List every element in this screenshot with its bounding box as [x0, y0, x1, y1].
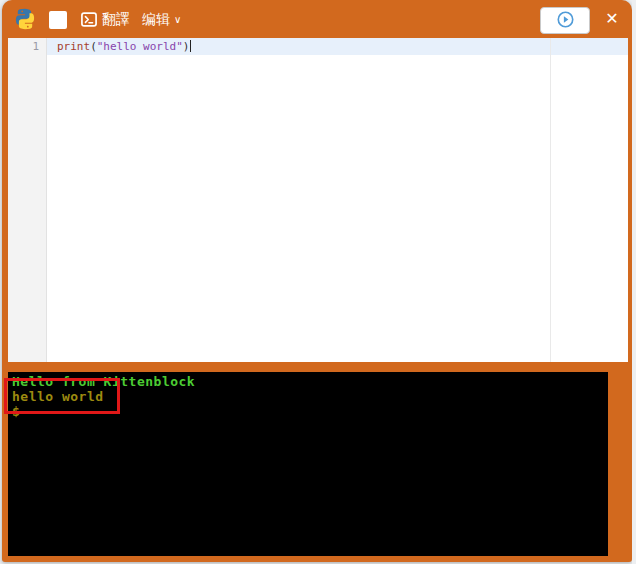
stop-button[interactable] — [49, 11, 67, 29]
terminal-line-banner: Hello from Kittenblock — [12, 374, 604, 389]
edit-menu-button[interactable]: 编辑∨ — [142, 0, 181, 38]
terminal-icon — [80, 16, 98, 31]
code-token-close-paren: ) — [183, 40, 190, 53]
text-cursor — [190, 40, 191, 52]
code-token-string: "hello world" — [97, 40, 183, 53]
play-icon — [556, 10, 575, 32]
editor-ruler-line — [550, 38, 551, 362]
close-icon: ✕ — [605, 10, 618, 27]
code-line: print("hello world") — [57, 40, 191, 54]
page-background-strip — [632, 0, 636, 564]
terminal-prompt: $ — [12, 404, 604, 419]
code-token-function: print — [57, 40, 90, 53]
edit-menu-label: 编辑 — [142, 11, 170, 27]
code-editor[interactable]: 1 print("hello world") — [8, 38, 628, 362]
console-toggle-button[interactable] — [80, 11, 98, 28]
code-token-open-paren: ( — [90, 40, 97, 53]
line-number: 1 — [8, 40, 39, 53]
editor-gutter: 1 — [8, 38, 47, 362]
toolbar: 翻譯 编辑∨ ✕ — [2, 0, 632, 38]
run-button[interactable] — [540, 7, 590, 34]
translate-button[interactable]: 翻譯 — [102, 0, 130, 38]
chevron-down-icon: ∨ — [174, 14, 181, 25]
close-button[interactable]: ✕ — [599, 7, 625, 31]
editor-window: 翻譯 编辑∨ ✕ 1 print("hello world") Hello fr… — [2, 0, 632, 562]
terminal-line-output: hello world — [12, 389, 604, 404]
terminal-console[interactable]: Hello from Kittenblock hello world $ — [8, 372, 608, 556]
python-logo-icon — [13, 7, 37, 31]
